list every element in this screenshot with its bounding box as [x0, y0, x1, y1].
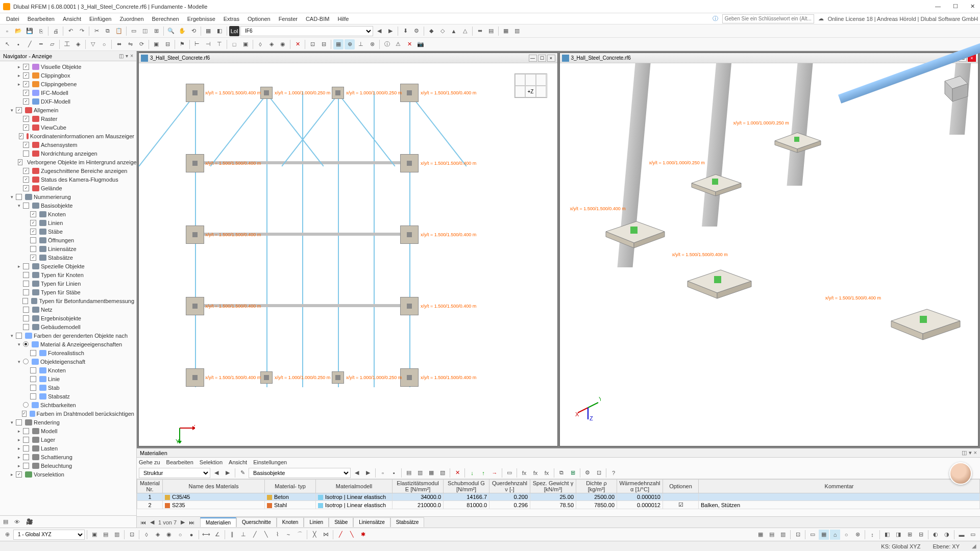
section-icon[interactable]: 工	[62, 39, 72, 49]
mtb-out-icon[interactable]: →	[489, 468, 500, 478]
track-icon[interactable]: ⊗	[367, 39, 377, 49]
rotate2-icon[interactable]: ⟳	[136, 39, 146, 49]
nav-fn-cam-icon[interactable]: 🎥	[26, 518, 33, 525]
line-icon[interactable]: ╱	[24, 39, 35, 49]
bt-par-icon[interactable]: ∥	[227, 530, 237, 540]
bt-v18-icon[interactable]: ▭	[968, 530, 978, 540]
pager-next-icon[interactable]: ▶	[179, 519, 186, 525]
mtb-next-icon[interactable]: ▶	[223, 468, 233, 478]
view3-icon[interactable]: ⊞	[151, 26, 161, 36]
saveall-icon[interactable]: ⎘	[36, 26, 46, 36]
tree-item[interactable]: Stab	[0, 383, 136, 392]
menu-fenster[interactable]: Fenster	[275, 15, 302, 23]
col-v[interactable]: Querdehnzahl ν [-]	[489, 480, 530, 493]
tree-item[interactable]: Gelände	[0, 184, 136, 192]
panel-opts-icon[interactable]: ▾	[969, 449, 972, 456]
info-icon[interactable]: ⓘ	[713, 15, 718, 22]
pager-prev-icon[interactable]: ◀	[149, 519, 156, 525]
tree-item[interactable]: Nordrichtung anzeigen	[0, 149, 136, 158]
bt-l5-icon[interactable]: ⌒	[295, 530, 305, 540]
mtb-row2-icon[interactable]: ▥	[415, 468, 425, 478]
dim1-icon[interactable]: ⊢	[192, 39, 202, 49]
nav-fn-data-icon[interactable]: ▤	[3, 518, 8, 525]
tree-item[interactable]: ▸Lager	[0, 435, 136, 444]
bt-dim-icon[interactable]: ⟷	[201, 530, 211, 540]
res2-icon[interactable]: ◇	[437, 26, 448, 36]
mtb-fx2-icon[interactable]: fx	[530, 468, 541, 478]
navigator-tree[interactable]: ▸Visuelle Objekte▸Clippingbox▸Clippingeb…	[0, 61, 136, 515]
pager-last-icon[interactable]: ⏭	[187, 519, 196, 525]
bt-s1-icon[interactable]: ▣	[89, 530, 100, 540]
render2-icon[interactable]: ◧	[214, 26, 225, 36]
cut-icon[interactable]: ✂	[91, 26, 102, 36]
bp-menu-selektion[interactable]: Selektion	[200, 459, 223, 465]
tree-item[interactable]: ▸Vorselektion	[0, 470, 136, 479]
tree-item[interactable]: Typen für Stäbe	[0, 288, 136, 296]
status-resize-icon[interactable]: ◢	[972, 543, 976, 549]
menu-berechnen[interactable]: Berechnen	[148, 15, 183, 23]
tree-item[interactable]: Farben im Drahtmodell berücksichtigen	[0, 409, 136, 418]
bt-l3-icon[interactable]: ⌇	[272, 530, 282, 540]
move-icon[interactable]: ⬌	[114, 39, 124, 49]
tree-item[interactable]: ▾Allgemein	[0, 106, 136, 114]
table-row[interactable]: 1C35/45BetonIsotrop | Linear elastisch34…	[137, 493, 980, 501]
save-icon[interactable]: 💾	[24, 26, 35, 36]
bt-perp-icon[interactable]: ⊥	[238, 530, 249, 540]
bt-s3-icon[interactable]: ▥	[112, 530, 122, 540]
tree-item[interactable]: Linie	[0, 374, 136, 383]
render1-icon[interactable]: ▦	[203, 26, 213, 36]
bt-v1-icon[interactable]: ▦	[755, 530, 766, 540]
bt-v11-icon[interactable]: ◧	[882, 530, 892, 540]
mtb-fx1-icon[interactable]: fx	[519, 468, 529, 478]
tree-item[interactable]: Knoten	[0, 210, 136, 218]
tree-item[interactable]: ▸Lasten	[0, 444, 136, 453]
panel-pin-icon[interactable]: ◫	[962, 449, 967, 456]
bt-s4-icon[interactable]: ⊡	[127, 530, 137, 540]
snap-on-icon[interactable]: ⊕	[345, 39, 355, 49]
viewport-max-icon[interactable]: ☐	[538, 55, 546, 62]
menu-zuordnen[interactable]: Zuordnen	[115, 15, 148, 23]
bt-s5-icon[interactable]: ◊	[141, 530, 152, 540]
tab-stabsätze[interactable]: Stabsätze	[390, 517, 424, 527]
menu-cad-bim[interactable]: CAD-BIM	[302, 15, 333, 23]
undo-icon[interactable]: ↶	[65, 26, 76, 36]
tree-item[interactable]: ▸Beleuchtung	[0, 461, 136, 470]
tree-item[interactable]: Liniensätze	[0, 244, 136, 253]
prev-case-icon[interactable]: ◀	[374, 26, 384, 36]
tree-item[interactable]: ▾Nummerierung	[0, 192, 136, 201]
grid-on-icon[interactable]: ▦	[333, 39, 344, 49]
tree-item[interactable]: ▸Clippingebene	[0, 80, 136, 88]
viewport-plan[interactable]: 3_Hall_Steel_Concrete.rf6 — ☐ ×	[138, 53, 558, 446]
tree-item[interactable]: IFC-Modell	[0, 88, 136, 97]
bt-s8-icon[interactable]: ○	[175, 530, 185, 540]
solid-icon[interactable]: ▣	[240, 39, 251, 49]
viewcube[interactable]: +Z	[514, 73, 547, 98]
tree-item[interactable]: Sichtbarkeiten	[0, 400, 136, 409]
tree-item[interactable]: Koordinateninformationen am Mauszeiger	[0, 132, 136, 140]
flag-icon[interactable]: ⚑	[177, 39, 187, 49]
mtb-next2-icon[interactable]: ▶	[363, 468, 373, 478]
viewcube-3d[interactable]	[935, 71, 970, 107]
info2-icon[interactable]: ⓘ	[382, 39, 392, 49]
tree-item[interactable]: Verborgene Objekte im Hintergrund anzeig…	[0, 158, 136, 166]
new-icon[interactable]: ▫	[2, 26, 12, 36]
extrude-icon[interactable]: ▣	[151, 39, 161, 49]
tab-stäbe[interactable]: Stäbe	[329, 517, 353, 527]
mtb-opt1-icon[interactable]: ⚙	[582, 468, 593, 478]
bt-ang-icon[interactable]: ∠	[212, 530, 223, 540]
tree-item[interactable]: Linien	[0, 218, 136, 227]
viewport-3d[interactable]: 3_Hall_Steel_Concrete.rf6 — ☐ ×	[559, 53, 979, 446]
misc3-icon[interactable]: ◉	[278, 39, 288, 49]
node-icon[interactable]: •	[13, 39, 23, 49]
tree-item[interactable]: Zugeschnittene Bereiche anzeigen	[0, 166, 136, 175]
bp-menu-ansicht[interactable]: Ansicht	[229, 459, 247, 465]
menu-einfügen[interactable]: Einfügen	[85, 15, 115, 23]
mtb-sel1-icon[interactable]: ▫	[378, 468, 388, 478]
col-rho[interactable]: Dichte ρ [kg/m³]	[576, 480, 617, 493]
surface-icon[interactable]: ▱	[47, 39, 57, 49]
bt-l8-icon[interactable]: ╱	[335, 530, 346, 540]
tab-knoten[interactable]: Knoten	[277, 517, 304, 527]
materials-table[interactable]: Material Nr. Name des Materials Material…	[137, 479, 980, 516]
bt-v2-icon[interactable]: ▤	[767, 530, 777, 540]
print-icon[interactable]: 🖨	[51, 26, 61, 36]
